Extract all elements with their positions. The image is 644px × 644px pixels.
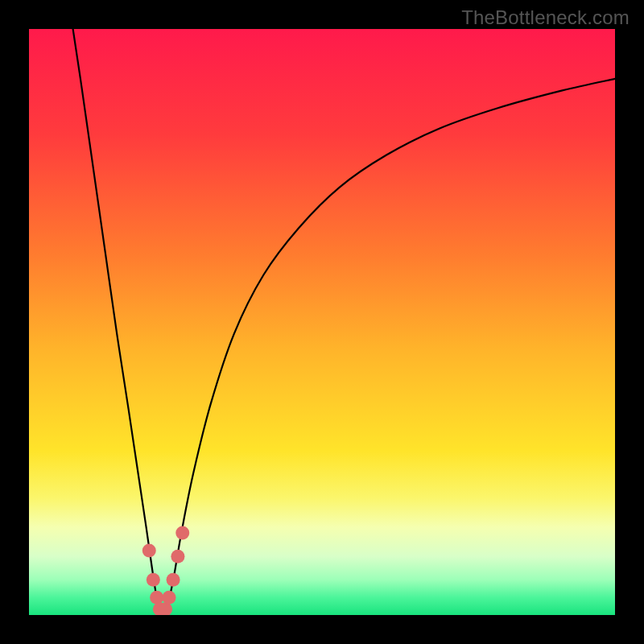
marker-dot <box>175 526 189 540</box>
watermark-text: TheBottleneck.com <box>461 6 630 29</box>
chart-svg <box>29 29 615 615</box>
marker-dot <box>171 550 184 564</box>
marker-cluster <box>142 526 189 615</box>
marker-dot <box>167 573 180 587</box>
marker-dot <box>142 543 156 557</box>
chart-frame: TheBottleneck.com <box>0 0 644 644</box>
plot-area <box>29 29 615 615</box>
marker-dot <box>162 591 175 605</box>
marker-dot <box>150 591 163 605</box>
bottleneck-curve <box>73 29 615 612</box>
marker-dot <box>147 573 160 587</box>
